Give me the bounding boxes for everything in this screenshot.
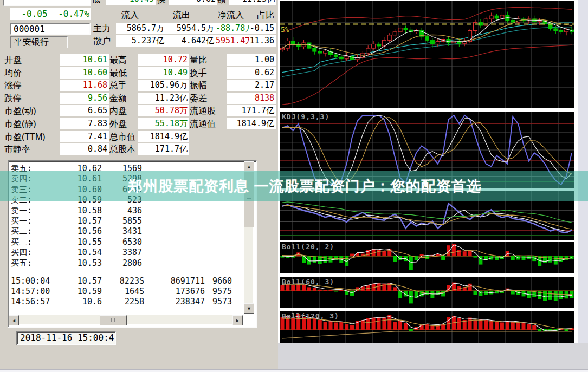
stat-label: 均价 <box>4 67 57 79</box>
stat-value: 171.7亿 <box>227 105 276 116</box>
order-book-volume: 436 <box>105 206 142 216</box>
flow-header-2: 净流入 <box>202 9 244 21</box>
flow-row-主力: 主力5865.7万5954.5万-88.78万-0.15 <box>0 23 278 35</box>
scroll-down-button[interactable]: ▼ <box>244 303 254 314</box>
stats-row: 开盘10.61最高10.72量比1.00 <box>0 54 278 66</box>
order-book-volume: 6530 <box>105 237 142 247</box>
flow-net-value: 5951.4万 <box>216 35 249 47</box>
transaction-amount: 238347 <box>148 297 205 306</box>
order-book-row: 买三:10.556530 <box>9 237 242 247</box>
flow-header-3: 占比 <box>249 9 274 21</box>
stat-value: 1814.9亿 <box>138 131 189 142</box>
stat-label: 振幅 <box>190 80 225 92</box>
flow-row-label: 散户 <box>93 35 115 47</box>
stat-value: 7.83 <box>60 118 109 129</box>
order-book-level-label: 买五: <box>11 258 39 269</box>
order-book-level-label: 买三: <box>11 237 39 247</box>
order-book-row: 买一:10.575855 <box>9 216 242 226</box>
stats-row: 市盈(TTM)7.41总市值1814.9亿 <box>0 131 278 143</box>
flow-net-value: -88.78万 <box>216 23 249 34</box>
flow-out-value: 4.642亿 <box>166 35 216 47</box>
flow-in-value: 5865.7万 <box>116 23 166 34</box>
stat-value: 0.62 <box>227 67 276 79</box>
stat-label: 市盈(TTM) <box>4 131 57 143</box>
stat-value: 50.78万 <box>138 105 189 116</box>
stat-label: 跌停 <box>4 93 57 105</box>
h-scrollbar-thumb[interactable] <box>100 315 127 325</box>
stats-row: 跌停9.56金额11.23亿委差8138 <box>0 93 278 105</box>
datetime-box[interactable]: 2018-11-16 15:00:4 <box>16 331 116 345</box>
order-book-price: 10.56 <box>41 226 102 236</box>
boll120-pane[interactable]: Boll(120, 3) <box>280 311 574 343</box>
order-book-row: 买五:10.532806 <box>9 258 242 269</box>
amount-value: 11.23亿 <box>229 0 276 5</box>
flow-ratio-value: -0.15 <box>249 23 276 34</box>
stat-label: 委差 <box>190 93 225 105</box>
stat-label: 内盘 <box>109 105 137 117</box>
transaction-amount: 8691711 <box>148 276 205 286</box>
stat-label: 最低 <box>109 67 137 79</box>
flow-header-1: 流出 <box>159 9 190 21</box>
flow-row-label: 主力 <box>93 23 115 35</box>
order-book-level-label: 买二: <box>11 226 39 237</box>
transaction-row: 14:56:5710.6225B2383479573 <box>9 297 242 307</box>
order-book-price: 10.53 <box>41 258 102 268</box>
flow-header-row: 流入流出净流入占比 <box>0 9 278 21</box>
stat-label: 总股本 <box>109 143 137 155</box>
h-thumb-grip-icon <box>111 318 116 322</box>
turnover-label: 换 <box>157 0 166 5</box>
boll20-pane[interactable]: Boll(20, 2) <box>280 242 574 273</box>
ad-banner-text: 郑州股票配资利息 一流股票配资门户：您的配资首选 <box>0 177 482 196</box>
stat-value: 10.60 <box>60 67 109 79</box>
order-book-row: 买四:10.543387 <box>9 247 242 258</box>
order-book-volume: 2806 <box>105 258 142 268</box>
order-book-level-label: 卖一: <box>11 206 39 216</box>
transaction-time: 14:56:57 <box>11 297 54 306</box>
stat-label: 涨停 <box>4 80 57 92</box>
transaction-time: 15:00:04 <box>11 276 54 286</box>
stat-value: 9.56 <box>60 93 109 104</box>
scroll-right-button[interactable]: ► <box>232 315 243 325</box>
order-book-price: 10.58 <box>41 206 102 216</box>
transaction-seq: 9660 <box>208 276 232 286</box>
stat-value: 2.17 <box>227 80 276 91</box>
stat-label: 量比 <box>190 54 225 66</box>
transaction-row: 15:00:0410.578223S86917119660 <box>9 276 242 286</box>
stat-value: 105.96万 <box>138 80 189 91</box>
stat-value: 6.65 <box>60 105 109 116</box>
trading-app-window: 低 10.49 换 0.62 额 11.23亿 -0.05 -0.47% 流入流… <box>0 0 588 372</box>
stat-value: 1.00 <box>227 54 276 66</box>
transaction-price: 10.57 <box>56 276 102 286</box>
stat-label: 总市值 <box>109 131 137 143</box>
turnover-value: 0.62 <box>169 0 217 5</box>
stat-label: 开盘 <box>4 54 57 66</box>
transaction-amount: 173676 <box>148 286 205 296</box>
quote-top-row: 低 10.49 换 0.62 额 11.23亿 <box>0 0 278 6</box>
order-book-row: 买二:10.563431 <box>9 226 242 237</box>
stat-label: 市静率 <box>4 143 57 155</box>
stat-value: 7.41 <box>60 131 109 142</box>
order-book-price: 10.55 <box>41 237 102 247</box>
stat-value: 10.72 <box>138 54 189 66</box>
transaction-row: 14:57:0010.59164S1736769575 <box>9 286 242 297</box>
transaction-time: 14:57:00 <box>11 286 54 296</box>
stat-label: 流通值 <box>190 118 225 130</box>
order-book-volume: 3387 <box>105 247 142 257</box>
ad-banner-overlay[interactable]: 郑州股票配资利息 一流股票配资门户：您的配资首选 <box>0 171 588 201</box>
stats-row: 市盈(静)7.83外盘55.18万流通值1814.9亿 <box>0 118 278 130</box>
window-bottom-edge <box>0 369 588 372</box>
kline-pane[interactable]: 5% <box>280 1 574 108</box>
order-book-row: 卖一:10.58436 <box>9 206 242 216</box>
order-book-level-label: 买四: <box>11 247 39 258</box>
stat-value: 0.84 <box>60 143 109 155</box>
low-label: 低 <box>92 0 100 5</box>
order-book-price: 10.57 <box>41 216 102 226</box>
stat-value: 55.18万 <box>138 118 189 129</box>
boll60-pane[interactable]: Boll(60, 3) <box>280 277 574 308</box>
order-book-price: 10.54 <box>41 247 102 257</box>
scroll-left-button[interactable]: ◄ <box>9 315 19 325</box>
stat-label: 流通股 <box>190 105 225 117</box>
order-book-level-label: 买一: <box>11 216 39 226</box>
flow-ratio-value: 11.36 <box>249 35 276 47</box>
transaction-volume: 164S <box>106 286 144 296</box>
